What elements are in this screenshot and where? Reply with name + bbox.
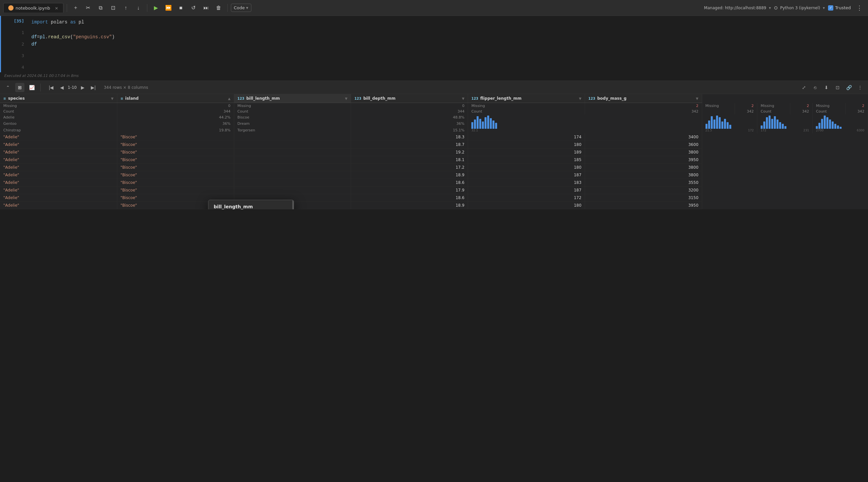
bill-depth-sparkline: [706, 116, 754, 129]
clear-button[interactable]: 🗑: [213, 3, 224, 13]
more-button[interactable]: ⋮: [856, 83, 865, 92]
cell-type-dropdown[interactable]: Code ▾: [231, 4, 251, 12]
cell-code[interactable]: import polars as pl df=pl.read_csv("peng…: [27, 16, 868, 72]
table-row: "Adelie" "Biscoe" 18.6 172 3150: [0, 194, 868, 202]
cell-body-mass: 3950: [585, 202, 702, 209]
body-mass-col-name: body_mass_g: [597, 96, 626, 101]
expand-button[interactable]: ⤢: [799, 83, 809, 92]
flipper-sparkline-cell: 172231: [757, 114, 812, 133]
filter-button[interactable]: ⊡: [833, 83, 842, 92]
body-mass-count-label: Count: [812, 108, 845, 114]
body-mass-count-val: 342: [845, 108, 868, 114]
settings-button[interactable]: ⋮: [854, 3, 865, 13]
download-button[interactable]: ⬇: [822, 83, 831, 92]
add-cell-button[interactable]: ＋: [70, 3, 81, 13]
species-cat1: Adelie: [0, 114, 117, 121]
copy-button[interactable]: ⧉: [95, 3, 106, 13]
toolbar-sep-3: [227, 4, 227, 12]
table-row: "Adelie" "Biscoe" 18.7 180 3600: [0, 141, 868, 149]
body-mass-sort[interactable]: ▼: [696, 97, 699, 100]
cell-species: "Adelie": [0, 141, 117, 149]
island-missing-val: 0: [351, 103, 468, 109]
trusted-checkbox[interactable]: ✓: [828, 5, 833, 10]
grid-view-button[interactable]: ⊞: [15, 83, 25, 92]
island-count-val: 344: [351, 108, 468, 114]
python-dropdown-icon[interactable]: ▾: [823, 6, 825, 10]
exec-time: Executed at 2024.06.11 00:17:04 in 8ms: [0, 72, 868, 81]
body-mass-spark-labels: 27006300: [816, 129, 864, 132]
paste-button[interactable]: ⊡: [108, 3, 119, 13]
body-mass-sparkline-cell: 27006300: [812, 114, 868, 133]
fast-forward-button[interactable]: ⏭: [201, 3, 211, 13]
species-cat3: Chinstrap: [0, 127, 117, 133]
bill-depth-sparkline-cell: 21.5172: [702, 114, 757, 133]
col-header-flipper[interactable]: 123 flipper_length_mm ▼: [468, 94, 585, 103]
spark-bar: [776, 120, 778, 129]
next-page-button[interactable]: ▶: [78, 83, 87, 92]
spark-bar: [824, 116, 826, 129]
first-page-button[interactable]: |◀: [46, 83, 56, 92]
bill-length-sort[interactable]: ▼: [345, 97, 347, 100]
bill-depth-missing-label: Missing: [702, 103, 735, 109]
cell-species: "Adelie": [0, 179, 117, 187]
island-sort[interactable]: ▲: [228, 97, 230, 100]
spark-bar: [490, 118, 492, 129]
species-cat1-pct: 44.2%: [117, 114, 234, 121]
spark-bar: [769, 116, 771, 129]
cut-button[interactable]: ✂: [83, 3, 93, 13]
cell-bill-depth: 18.6: [351, 179, 468, 187]
island-cat1: Biscoe: [234, 114, 351, 121]
notebook-tab[interactable]: noteboolk.ipynb ×: [3, 3, 63, 12]
table-row: "Adelie" "Biscoe" 18.1 185 3950: [0, 156, 868, 164]
toolbar-sep-1: [67, 4, 67, 12]
prev-page-button[interactable]: ◀: [57, 83, 66, 92]
cell-flipper: 172: [468, 194, 585, 202]
collapse-output-button[interactable]: ⌃: [3, 83, 12, 92]
flipper-type-badge: 123: [471, 97, 478, 100]
move-up-button[interactable]: ↑: [121, 3, 131, 13]
bill-length-count-label: Count: [468, 108, 585, 114]
table-row: "Adelie" "Biscoe" 17.2 180 3800: [0, 164, 868, 171]
popup-scrollbar[interactable]: [292, 200, 293, 209]
col-header-bill-depth[interactable]: 123 bill_depth_mm ▼: [351, 94, 468, 103]
chart-view-button[interactable]: 📈: [27, 83, 36, 92]
run-all-button[interactable]: ⏩: [163, 3, 174, 13]
code-line-4: df: [31, 41, 864, 48]
flipper-missing-label: Missing: [757, 103, 790, 109]
output-toolbar: ⌃ ⊞ 📈 |◀ ◀ 1-10 ▶ ▶| 344 rows × 8 column…: [0, 81, 868, 94]
spark-bar: [485, 117, 487, 129]
bill-length-col-name: bill_length_mm: [246, 96, 280, 101]
missing-row: Missing 0 Missing 0 Missing 2 Missing 2 …: [0, 103, 868, 109]
link-button[interactable]: 🔗: [844, 83, 854, 92]
spark-bar: [816, 126, 818, 129]
species-col-name: species: [8, 96, 25, 101]
col-header-bill-length[interactable]: 123 bill_length_mm ▼: [234, 94, 351, 103]
spark-bar: [826, 117, 828, 129]
trusted-badge: ✓ Trusted: [828, 5, 851, 10]
bill-depth-sort[interactable]: ▼: [462, 97, 464, 100]
col-header-body-mass[interactable]: 123 body_mass_g ▼: [585, 94, 702, 103]
cell-body-mass: 3550: [585, 179, 702, 187]
bill-depth-count-label: [702, 108, 735, 114]
spark-bar: [474, 120, 476, 129]
cell-bill-depth: 18.7: [351, 141, 468, 149]
cell-type-chevron: ▾: [246, 5, 248, 10]
flipper-sort[interactable]: ▼: [579, 97, 582, 100]
open-external-button[interactable]: ⎋: [810, 83, 820, 92]
col-header-island[interactable]: ≡ island ▲: [117, 94, 234, 103]
stop-button[interactable]: ■: [176, 3, 186, 13]
table-row: "Adelie" "Biscoe" 18.3 174 3400: [0, 133, 868, 141]
restart-button[interactable]: ↺: [188, 3, 199, 13]
python-label: Python 3 (ipykernel): [780, 6, 820, 10]
tab-close[interactable]: ×: [55, 6, 58, 10]
last-page-button[interactable]: ▶|: [89, 83, 98, 92]
col-header-species[interactable]: ≡ species ▼: [0, 94, 117, 103]
spark-bar: [774, 116, 776, 129]
kernel-dropdown-icon[interactable]: ▾: [769, 6, 771, 10]
run-cell-button[interactable]: ▶: [151, 3, 161, 13]
flipper-sparkline: [761, 116, 809, 129]
species-sort[interactable]: ▼: [111, 97, 114, 100]
cell-flipper: 187: [468, 187, 585, 194]
spark-bar: [721, 122, 723, 129]
move-down-button[interactable]: ↓: [133, 3, 144, 13]
